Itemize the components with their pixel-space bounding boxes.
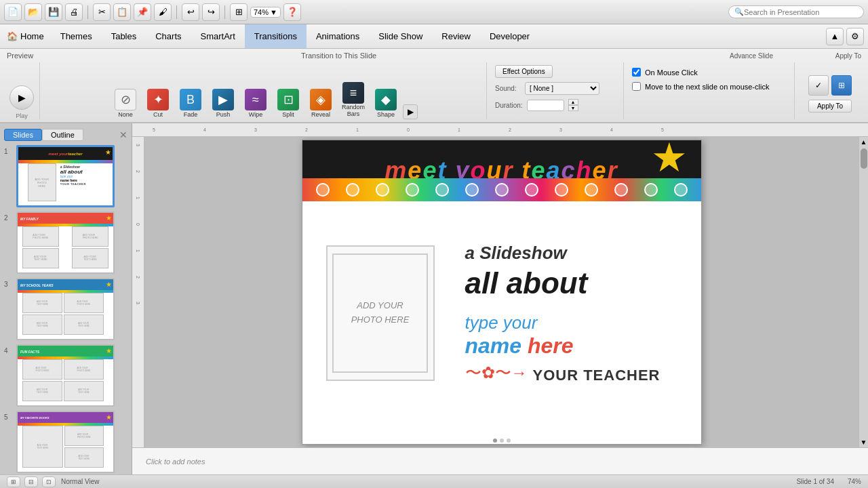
transition-push-label: Push (216, 111, 231, 118)
slide-sorter-btn[interactable]: ⊟ (24, 476, 38, 487)
transition-reveal-label: Reveal (311, 111, 330, 118)
your-teacher-text: YOUR TEACHER (533, 367, 660, 384)
menu-tables[interactable]: Tables (102, 24, 146, 48)
effect-options-button[interactable]: Effect Options (495, 65, 553, 78)
star-decoration: ★ (651, 140, 688, 181)
zoom-box[interactable]: 74% ▼ (250, 7, 281, 18)
open-btn[interactable]: 📂 (24, 3, 42, 21)
transition-wipe[interactable]: ≈ Wipe (240, 87, 271, 119)
transition-reveal[interactable]: ◈ Reveal (305, 87, 336, 119)
on-mouse-click-checkbox[interactable] (632, 68, 641, 77)
help-btn[interactable]: ❓ (283, 3, 301, 21)
scroll-up-btn[interactable]: ▲ (859, 137, 868, 147)
slide-thumb-5[interactable]: MY FAVORITE BOOKS ADD YOURTEXT HERE ADD … (16, 411, 115, 473)
menu-transitions[interactable]: Transitions (245, 24, 307, 48)
apply-all-icon: ⊞ (831, 75, 852, 96)
transition-none[interactable]: ⊘ None (110, 87, 141, 119)
menu-charts[interactable]: Charts (146, 24, 191, 48)
advance-slide-label: Advance Slide (637, 52, 773, 60)
tables-label: Tables (111, 31, 137, 41)
transition-random-bars[interactable]: ≡ RandomBars (338, 81, 369, 119)
layout-btn[interactable]: ⊞ (230, 3, 248, 21)
transition-fade-label: Fade (184, 111, 198, 118)
on-mouse-click-option[interactable]: On Mouse Click (632, 68, 769, 77)
transition-fade[interactable]: B Fade (175, 87, 206, 119)
slide-item-5[interactable]: 5 MY FAVORITE BOOKS ADD YOURTEXT HERE AD… (4, 411, 127, 473)
main-slide[interactable]: meet your teacher ★ (302, 140, 702, 445)
undo-btn[interactable]: ↩ (182, 3, 199, 21)
notes-placeholder: Click to add notes (146, 458, 205, 466)
doodle-decoration: 〜✿〜→ (465, 362, 528, 384)
apply-button[interactable]: Apply To (808, 100, 852, 113)
play-button[interactable]: ▶ (9, 85, 34, 110)
transition-split[interactable]: ⊡ Split (273, 87, 304, 119)
tab-slides[interactable]: Slides (4, 129, 42, 141)
format-btn[interactable]: 🖌 (154, 3, 172, 21)
duration-up[interactable]: ▲ (568, 99, 578, 105)
slide-header: meet your teacher ★ (302, 140, 701, 201)
slide-info: Slide 1 of 34 (796, 478, 834, 485)
print-btn[interactable]: 🖨 (65, 3, 83, 21)
duration-down[interactable]: ▼ (568, 105, 578, 111)
scroll-down-btn[interactable]: ▼ (859, 437, 868, 447)
transition-cut[interactable]: ✦ Cut (142, 87, 174, 119)
transition-random-bars-label: RandomBars (342, 104, 365, 118)
slide-canvas[interactable]: meet your teacher ★ (144, 137, 859, 447)
menu-home[interactable]: 🏠 Home (0, 24, 51, 48)
duration-input[interactable]: 0.00 (527, 100, 564, 111)
slide-item-2[interactable]: 2 MY FAMILY ADD YOURPHOTO HERE ADD YOURT… (4, 211, 127, 274)
transitions-label: Transitions (254, 31, 297, 41)
close-panel-btn[interactable]: ✕ (119, 129, 127, 140)
settings-btn[interactable]: ⚙ (846, 28, 864, 45)
transition-push[interactable]: ▶ Push (208, 87, 239, 119)
menu-animations[interactable]: Animations (307, 24, 369, 48)
review-label: Review (441, 31, 471, 41)
slide-dots (493, 439, 511, 443)
menu-developer[interactable]: Developer (480, 24, 539, 48)
scroll-thumb[interactable] (861, 148, 867, 169)
menu-review[interactable]: Review (432, 24, 480, 48)
main: Slides Outline ✕ 1 meet your teacher ADD… (0, 123, 868, 474)
transitions-scroll-right[interactable]: ▶ (403, 104, 418, 119)
slide-thumb-2[interactable]: MY FAMILY ADD YOURPHOTO HERE ADD YOURTEX… (16, 211, 115, 274)
menu-smartart[interactable]: SmartArt (191, 24, 245, 48)
transition-shape[interactable]: ◆ Shape (370, 87, 401, 119)
slide-item-1[interactable]: 1 meet your teacher ADD YOURPHOTOHERE a … (4, 145, 127, 207)
transition-cut-label: Cut (153, 111, 163, 118)
menu-themes[interactable]: Themes (51, 24, 102, 48)
slide-thumb-4[interactable]: FUN FACTS ADD YOURPHOTO HERE ADD YOURTEX… (16, 344, 115, 407)
type-name-block: type your name here (465, 312, 688, 359)
normal-view-btn[interactable]: ⊞ (7, 476, 20, 487)
search-input[interactable] (744, 8, 852, 16)
on-mouse-click-label: On Mouse Click (645, 68, 698, 77)
copy-btn[interactable]: 📋 (113, 3, 131, 21)
slide1-star: ★ (105, 148, 111, 156)
cut-btn[interactable]: ✂ (93, 3, 111, 21)
move-next-checkbox[interactable] (632, 82, 641, 91)
notes-area[interactable]: Click to add notes (132, 447, 868, 474)
home-label: Home (20, 31, 44, 41)
slide-thumb-1[interactable]: meet your teacher ADD YOURPHOTOHERE a Sl… (16, 145, 115, 207)
menu-slideshow[interactable]: Slide Show (369, 24, 432, 48)
redo-btn[interactable]: ↪ (202, 3, 220, 21)
reading-view-btn[interactable]: ⊡ (42, 476, 56, 487)
save-btn[interactable]: 💾 (45, 3, 62, 21)
transitions-group: ⊘ None ✦ Cut B Fade ▶ Push (41, 62, 487, 119)
slide5-star: ★ (106, 413, 112, 421)
vscroll[interactable]: ▲ ▼ (859, 137, 868, 447)
new-btn[interactable]: 📄 (4, 3, 22, 21)
slide-thumb-3[interactable]: MY SCHOOL YEARS ADD YOURTEXT HERE ADD YO… (16, 278, 115, 340)
slide-left: ADD YOURPHOTO HERE (302, 201, 458, 425)
smartart-label: SmartArt (201, 31, 235, 41)
view-buttons: ⊞ ⊟ ⊡ (7, 476, 56, 487)
move-next-option[interactable]: Move to the next slide on mouse-click (632, 82, 769, 91)
slide-item-3[interactable]: 3 MY SCHOOL YEARS ADD YOURTEXT HERE ADD … (4, 278, 127, 340)
type-your-text: type your (465, 312, 688, 333)
search-bar[interactable]: 🔍 (728, 5, 864, 18)
tab-outline[interactable]: Outline (42, 129, 83, 141)
sound-select[interactable]: [ None ] (525, 82, 599, 95)
slide-item-4[interactable]: 4 FUN FACTS ADD YOURPHOTO HERE ADD YOURT… (4, 344, 127, 407)
sep1 (87, 5, 88, 19)
collapse-btn[interactable]: ▲ (826, 28, 844, 45)
paste-btn[interactable]: 📌 (134, 3, 151, 21)
